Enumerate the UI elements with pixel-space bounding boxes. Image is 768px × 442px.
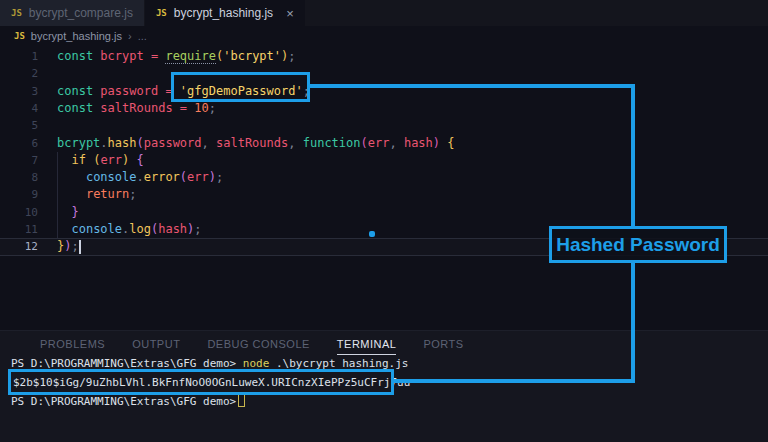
line-number[interactable]: 3	[0, 83, 38, 100]
token: =	[180, 101, 187, 115]
token: console	[86, 170, 137, 184]
token: ;	[71, 239, 78, 253]
token: ;	[216, 170, 223, 184]
token: )	[209, 170, 216, 184]
token: const	[57, 49, 93, 63]
token: err	[100, 153, 122, 167]
tab-label: bycrypt_compare.js	[29, 6, 133, 20]
vscode-window: JS bycrypt_compare.js JS bycrypt_hashing…	[0, 0, 768, 442]
code-line[interactable]: 9 return;	[0, 186, 768, 203]
token: PS D:\PROGRAMMING\Extras\GFG demo>	[11, 357, 243, 370]
code-line[interactable]: 6bcrypt.hash(password, saltRounds, funct…	[0, 135, 768, 152]
editor-tab-bar: JS bycrypt_compare.js JS bycrypt_hashing…	[0, 0, 768, 26]
token: err	[368, 136, 390, 150]
line-number[interactable]: 2	[0, 65, 38, 82]
code-text: if (err) {	[57, 152, 144, 169]
chevron-right-icon: ›	[128, 30, 132, 42]
token: .\bycrypt_hashing.js	[269, 357, 408, 370]
close-icon[interactable]: ×	[286, 7, 294, 20]
token: function	[303, 136, 361, 150]
token: ;	[209, 101, 216, 115]
js-file-icon: JS	[156, 8, 167, 18]
token: }	[71, 205, 78, 219]
token: log	[129, 222, 151, 236]
code-line[interactable]: 10 }	[0, 204, 768, 221]
token: .	[100, 136, 107, 150]
terminal-cursor	[238, 394, 245, 407]
terminal-line[interactable]: PS D:\PROGRAMMING\Extras\GFG demo> node …	[11, 357, 408, 370]
token: hash	[158, 222, 187, 236]
token	[57, 205, 71, 219]
line-number[interactable]: 1	[0, 48, 38, 65]
code-line[interactable]: 8 console.error(err);	[0, 169, 768, 186]
token	[397, 136, 404, 150]
code-line[interactable]: 2	[0, 65, 768, 82]
code-line[interactable]: 11 console.log(hash);	[0, 221, 768, 238]
token	[173, 101, 180, 115]
line-number[interactable]: 12	[0, 238, 38, 255]
token: {	[447, 136, 454, 150]
line-number[interactable]: 4	[0, 100, 38, 117]
token: saltRounds	[100, 101, 172, 115]
code-line[interactable]: 7 if (err) {	[0, 152, 768, 169]
token: ,	[202, 136, 209, 150]
tab-label: bycrypt_hashing.js	[174, 6, 273, 20]
tab-bycrypt-compare[interactable]: JS bycrypt_compare.js	[0, 0, 144, 26]
token: (	[180, 170, 187, 184]
code-text: const saltRounds = 10;	[57, 100, 216, 117]
js-file-icon: JS	[11, 8, 22, 18]
code-text: console.log(hash);	[57, 221, 202, 238]
token: require	[165, 49, 216, 64]
token: err	[187, 170, 209, 184]
code-line[interactable]: 1const bcrypt = require('bcrypt');	[0, 48, 768, 65]
token: bcrypt	[57, 136, 100, 150]
line-number[interactable]: 5	[0, 117, 38, 134]
token: )	[433, 136, 440, 150]
line-number[interactable]: 9	[0, 186, 38, 203]
code-line[interactable]: 4const saltRounds = 10;	[0, 100, 768, 117]
token	[295, 136, 302, 150]
line-number[interactable]: 11	[0, 221, 38, 238]
line-number[interactable]: 10	[0, 204, 38, 221]
breadcrumb[interactable]: JS bycrypt_hashing.js › ...	[0, 26, 768, 46]
token	[209, 136, 216, 150]
terminal-content[interactable]: PS D:\PROGRAMMING\Extras\GFG demo> node …	[0, 331, 768, 442]
code-text: return;	[57, 186, 137, 203]
token: =	[165, 84, 172, 98]
code-text: });	[57, 238, 79, 255]
line-number[interactable]: 7	[0, 152, 38, 169]
token	[129, 153, 136, 167]
token	[173, 84, 180, 98]
token: console	[71, 222, 122, 236]
token	[57, 222, 71, 236]
code-line[interactable]: 3const password = 'gfgDemoPassword';	[0, 83, 768, 100]
line-number[interactable]: 6	[0, 135, 38, 152]
token: ;	[303, 84, 310, 98]
token	[144, 49, 151, 63]
token: hash	[108, 136, 137, 150]
line-number[interactable]: 8	[0, 169, 38, 186]
token: node	[243, 357, 270, 370]
token: hash	[404, 136, 433, 150]
tab-bycrypt-hashing[interactable]: JS bycrypt_hashing.js ×	[145, 0, 305, 26]
token: password	[144, 136, 202, 150]
token	[57, 170, 86, 184]
token: ;	[288, 49, 295, 63]
code-text: const bcrypt = require('bcrypt');	[57, 48, 296, 65]
token: bcrypt	[100, 49, 143, 63]
code-line[interactable]: 5	[0, 117, 768, 134]
token	[57, 187, 86, 201]
token: 10	[194, 101, 208, 115]
token: (	[137, 136, 144, 150]
code-editor[interactable]: 1const bcrypt = require('bcrypt');23cons…	[0, 46, 768, 330]
code-line[interactable]: 12});	[0, 238, 768, 255]
terminal-hash-output[interactable]: $2b$10$iGg/9uZhbLVhl.BkFnfNoO0OGnLuweX.U…	[13, 376, 410, 389]
code-text: }	[57, 204, 79, 221]
token: (	[361, 136, 368, 150]
token: PS D:\PROGRAMMING\Extras\GFG demo>	[11, 395, 236, 408]
code-text: const password = 'gfgDemoPassword';	[57, 83, 310, 100]
token: return	[86, 187, 129, 201]
token: password	[100, 84, 158, 98]
token: error	[144, 170, 180, 184]
terminal-line[interactable]: PS D:\PROGRAMMING\Extras\GFG demo>	[11, 394, 245, 408]
